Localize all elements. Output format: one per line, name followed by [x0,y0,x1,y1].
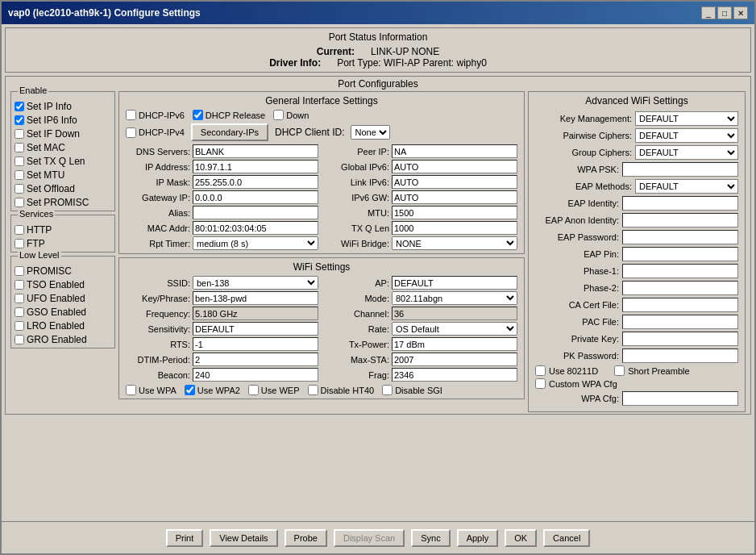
apply-button[interactable]: Apply [457,529,499,547]
ftp-checkbox[interactable] [15,239,24,248]
ok-button[interactable]: OK [505,529,537,547]
set-offload-checkbox[interactable] [15,184,24,194]
mode-select[interactable]: 802.11abgn [392,291,517,305]
ap-input[interactable] [392,276,517,290]
custom-wpa-cfg-checkbox[interactable] [535,378,546,389]
set-ip-info-row[interactable]: Set IP Info [15,100,111,113]
link-ipv6-input[interactable] [392,175,517,189]
promisc-row[interactable]: PROMISC [15,265,111,278]
close-button[interactable]: ✕ [733,6,748,19]
ftp-row[interactable]: FTP [15,237,111,250]
display-scan-button[interactable]: Display Scan [334,529,405,547]
set-promisc-row[interactable]: Set PROMISC [15,196,111,209]
tso-checkbox[interactable] [15,280,24,290]
eap-pin-input[interactable] [622,247,738,261]
ssid-select[interactable]: ben-138 [193,276,318,290]
set-offload-row[interactable]: Set Offload [15,182,111,195]
cancel-button[interactable]: Cancel [543,529,590,547]
dtim-input[interactable] [193,353,318,366]
phase2-input[interactable] [622,281,738,295]
use-wpa2-checkbox[interactable] [185,385,195,395]
group-select[interactable]: DEFAULT [635,145,738,160]
lro-row[interactable]: LRO Enabled [15,319,111,332]
dhcp-client-id-select[interactable]: None [351,125,390,140]
short-preamble-label[interactable]: Short Preamble [614,365,689,376]
phase1-input[interactable] [622,264,738,278]
dhcp-ipv4-label[interactable]: DHCP-IPv4 [126,127,185,138]
max-sta-input[interactable] [392,353,517,366]
dns-input[interactable] [193,144,318,158]
ip-address-input[interactable] [193,160,318,173]
secondary-ips-button[interactable]: Secondary-IPs [191,123,268,141]
http-row[interactable]: HTTP [15,223,111,236]
dhcp-release-label[interactable]: DHCP Release [193,110,265,120]
tso-row[interactable]: TSO Enabled [15,278,111,291]
pairwise-select[interactable]: DEFAULT [635,128,738,143]
alias-input[interactable] [193,206,318,219]
tx-q-len-input[interactable] [392,221,517,235]
down-checkbox[interactable] [273,110,284,120]
dhcp-release-checkbox[interactable] [193,110,203,120]
disable-sgi-label[interactable]: Disable SGI [382,385,442,395]
set-mtu-checkbox[interactable] [15,170,24,180]
minimize-button[interactable]: _ [701,6,716,19]
key-mgmt-select[interactable]: DEFAULT [635,111,738,126]
pk-password-input[interactable] [622,348,738,363]
set-if-down-row[interactable]: Set IF Down [15,127,111,140]
key-phrase-input[interactable] [193,291,318,305]
ip-mask-input[interactable] [193,175,318,189]
rpt-timer-select[interactable]: medium (8 s) [193,236,318,250]
set-if-down-checkbox[interactable] [15,129,24,139]
ca-cert-input[interactable] [622,298,738,312]
tx-power-input[interactable] [392,337,517,351]
use-80211d-checkbox[interactable] [535,365,546,376]
disable-ht40-label[interactable]: Disable HT40 [308,385,375,395]
set-mtu-row[interactable]: Set MTU [15,169,111,182]
global-ipv6-input[interactable] [392,160,517,173]
ipv6-gw-input[interactable] [392,190,517,204]
gso-checkbox[interactable] [15,307,24,317]
probe-button[interactable]: Probe [285,529,327,547]
ufo-row[interactable]: UFO Enabled [15,292,111,305]
rate-select[interactable]: OS Default [392,322,517,336]
print-button[interactable]: Print [166,529,204,547]
use-wep-checkbox[interactable] [248,385,259,395]
wifi-bridge-select[interactable]: NONE [392,236,517,250]
beacon-input[interactable] [193,368,318,382]
set-mac-checkbox[interactable] [15,143,24,152]
use-wpa-label[interactable]: Use WPA [126,385,177,395]
dhcp-ipv4-checkbox[interactable] [126,127,136,138]
eap-identity-input[interactable] [622,196,738,211]
use-wpa2-label[interactable]: Use WPA2 [185,385,240,395]
mac-addr-input[interactable] [193,221,318,235]
disable-ht40-checkbox[interactable] [308,385,318,395]
ufo-checkbox[interactable] [15,294,24,303]
set-ip6-info-row[interactable]: Set IP6 Info [15,114,111,127]
set-promisc-checkbox[interactable] [15,198,24,207]
down-label[interactable]: Down [273,110,309,120]
use-wpa-checkbox[interactable] [126,385,136,395]
set-ip6-info-checkbox[interactable] [15,115,24,125]
dhcp-ipv6-checkbox[interactable] [126,110,136,120]
gateway-ip-input[interactable] [193,190,318,204]
set-mac-row[interactable]: Set MAC [15,141,111,154]
peer-ip-input[interactable] [392,144,517,158]
eap-methods-select[interactable]: DEFAULT [635,179,738,194]
lro-checkbox[interactable] [15,321,24,331]
maximize-button[interactable]: □ [717,6,732,19]
promisc-checkbox[interactable] [15,266,24,276]
gso-row[interactable]: GSO Enabled [15,306,111,319]
short-preamble-checkbox[interactable] [614,365,625,376]
pac-file-input[interactable] [622,315,738,329]
sync-button[interactable]: Sync [411,529,450,547]
view-details-button[interactable]: View Details [210,529,277,547]
gro-checkbox[interactable] [15,335,24,344]
gro-row[interactable]: GRO Enabled [15,333,111,346]
wpa-cfg-input[interactable] [622,391,738,406]
disable-sgi-checkbox[interactable] [382,385,393,395]
http-checkbox[interactable] [15,225,24,235]
sensitivity-input[interactable] [193,322,318,336]
eap-password-input[interactable] [622,230,738,244]
channel-input[interactable] [392,307,517,320]
use-80211d-label[interactable]: Use 80211D [535,365,598,376]
